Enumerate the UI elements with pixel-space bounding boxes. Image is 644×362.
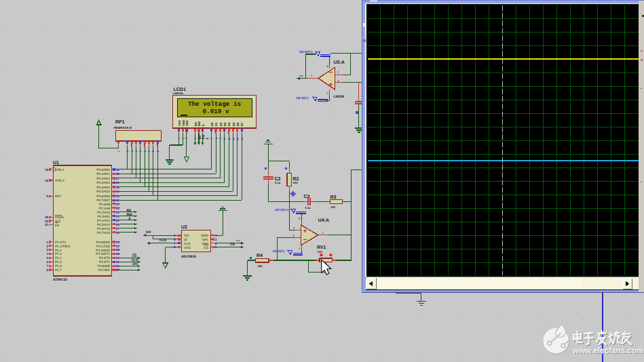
svg-text:12: 12: [232, 138, 235, 140]
svg-text:DO: DO: [146, 230, 151, 235]
svg-text:U3:A(V+): U3:A(V+): [299, 50, 313, 54]
svg-text:The voltage is: The voltage is: [188, 100, 242, 108]
svg-text:P2.5/A13: P2.5/A13: [97, 223, 110, 226]
svg-text:21: 21: [116, 203, 120, 206]
svg-text:28: 28: [116, 231, 120, 235]
svg-text:0.019 v: 0.019 v: [202, 108, 229, 115]
svg-text:D5: D5: [232, 122, 235, 126]
svg-text:12: 12: [116, 248, 120, 252]
svg-text:1: 1: [215, 245, 217, 249]
svg-text:D7: D7: [240, 122, 244, 126]
svg-text:P1.1/T2EX: P1.1/T2EX: [55, 245, 70, 248]
svg-text:VEE: VEE: [185, 120, 189, 126]
svg-text:P1.6: P1.6: [55, 264, 62, 268]
svg-text:32: 32: [116, 199, 120, 202]
svg-text:100: 100: [293, 181, 299, 184]
svg-text:P3.0/RXD: P3.0/RXD: [96, 241, 111, 244]
svg-text:VDD: VDD: [182, 120, 185, 126]
svg-text:35: 35: [116, 186, 120, 189]
svg-text:26: 26: [116, 223, 120, 226]
svg-text:33: 33: [116, 195, 120, 198]
svg-text:GND: GND: [201, 234, 208, 238]
svg-text:P1.3: P1.3: [55, 252, 62, 256]
svg-text:CS: CS: [204, 246, 208, 250]
svg-text:11: 11: [116, 245, 119, 248]
svg-text:EA: EA: [55, 224, 60, 227]
svg-text:U3:A: U3:A: [334, 60, 345, 65]
svg-text:D3: D3: [223, 122, 227, 126]
svg-text:10k: 10k: [258, 264, 263, 268]
svg-text:6: 6: [144, 150, 147, 152]
svg-text:31: 31: [45, 223, 49, 226]
svg-text:0.1u: 0.1u: [305, 206, 311, 209]
svg-text:P3.2/INT0: P3.2/INT0: [96, 249, 110, 252]
svg-text:1: 1: [46, 241, 48, 244]
svg-text:6: 6: [174, 234, 176, 237]
svg-text:P2.2/A10: P2.2/A10: [97, 211, 110, 214]
svg-text:VSS: VSS: [178, 120, 181, 126]
svg-text:9: 9: [219, 138, 222, 139]
svg-text:8: 8: [152, 150, 155, 152]
svg-text:P2.4/A12: P2.4/A12: [97, 219, 110, 222]
svg-text:D1: D1: [214, 122, 218, 126]
svg-text:P2.1/A9: P2.1/A9: [99, 207, 111, 210]
svg-text:U4:A(V+): U4:A(V+): [276, 208, 289, 212]
svg-text:8: 8: [174, 245, 176, 249]
svg-text:100: 100: [330, 205, 336, 209]
svg-text:P2.3/A11: P2.3/A11: [97, 215, 110, 218]
svg-text:0.1u: 0.1u: [275, 181, 281, 184]
svg-text:P1.7: P1.7: [55, 268, 62, 272]
svg-text:P0.5/AD5: P0.5/AD5: [96, 190, 110, 193]
svg-text:RP1: RP1: [115, 120, 125, 125]
svg-text:4: 4: [215, 234, 217, 237]
svg-text:CLK: CLK: [184, 242, 191, 246]
svg-text:16: 16: [116, 264, 120, 268]
svg-text:D6: D6: [236, 122, 240, 126]
svg-text:10k: 10k: [318, 250, 323, 254]
svg-text:P3.5/T1: P3.5/T1: [99, 260, 111, 264]
svg-text:10: 10: [116, 241, 120, 244]
svg-text:36: 36: [116, 181, 120, 184]
svg-text:P0.1/AD1: P0.1/AD1: [96, 172, 110, 176]
svg-text:C3: C3: [304, 195, 310, 199]
svg-text:P2.0/A8: P2.0/A8: [99, 203, 111, 206]
svg-text:18: 18: [45, 179, 49, 182]
svg-text:RW: RW: [197, 121, 201, 126]
svg-text:R4: R4: [257, 254, 263, 258]
svg-text:29: 29: [45, 216, 49, 219]
svg-text:P3.6/WR: P3.6/WR: [98, 264, 111, 268]
svg-text:38: 38: [116, 172, 120, 176]
svg-text:out: out: [299, 74, 303, 77]
svg-text:D0: D0: [210, 122, 214, 126]
svg-text:10: 10: [223, 138, 226, 140]
svg-text:30: 30: [45, 220, 49, 223]
svg-text:3: 3: [215, 238, 217, 241]
svg-text:CS: CS: [230, 243, 235, 247]
svg-text:37: 37: [116, 177, 120, 180]
svg-text:ALE: ALE: [55, 220, 61, 223]
svg-text:U3:A(V-): U3:A(V-): [297, 96, 309, 100]
svg-text:17: 17: [116, 268, 120, 272]
svg-text:8: 8: [46, 268, 48, 272]
svg-text:RS: RS: [194, 122, 197, 126]
svg-text:7: 7: [46, 264, 48, 268]
svg-text:3: 3: [46, 248, 48, 252]
svg-text:DO: DO: [133, 262, 138, 266]
svg-text:7: 7: [210, 138, 213, 139]
svg-text:VCC: VCC: [184, 246, 191, 250]
svg-text:P2.7/A15: P2.7/A15: [97, 231, 110, 235]
svg-text:2: 2: [126, 150, 129, 152]
svg-text:XTAL1: XTAL1: [55, 168, 64, 172]
svg-text:24: 24: [116, 215, 120, 218]
svg-text:11: 11: [228, 138, 231, 140]
svg-text:PSEN: PSEN: [55, 216, 64, 219]
svg-text:RW: RW: [202, 135, 205, 140]
svg-text:P1.0/T2: P1.0/T2: [55, 241, 67, 244]
svg-text:P1.2: P1.2: [55, 249, 62, 252]
svg-text:9: 9: [46, 195, 48, 198]
svg-text:P0.7/AD7: P0.7/AD7: [96, 199, 110, 202]
svg-text:RV1: RV1: [317, 245, 326, 250]
svg-text:D4: D4: [227, 122, 231, 126]
svg-text:5: 5: [174, 238, 176, 241]
svg-text:P0.6/AD6: P0.6/AD6: [96, 195, 110, 198]
